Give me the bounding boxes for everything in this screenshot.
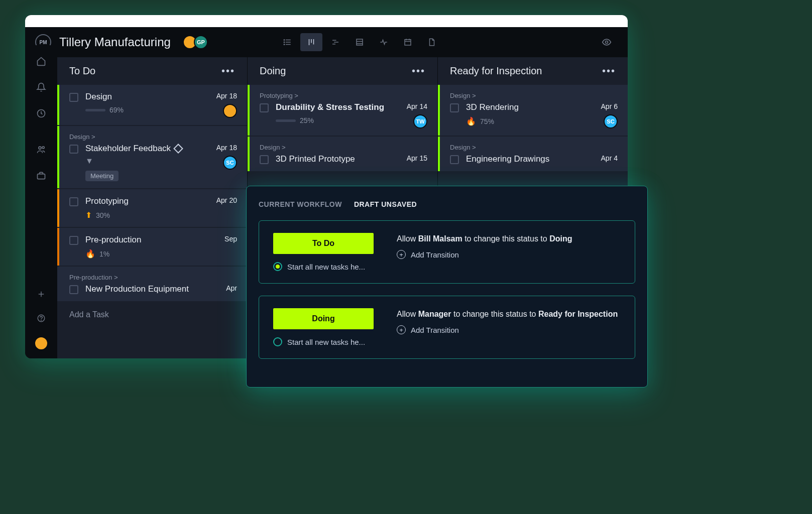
svg-point-3 bbox=[284, 40, 285, 41]
checkbox[interactable] bbox=[69, 93, 78, 102]
fire-icon: 🔥 bbox=[466, 116, 476, 126]
project-title: Tillery Manufacturing bbox=[59, 35, 171, 49]
header-avatars[interactable]: GP bbox=[183, 35, 208, 49]
bell-icon[interactable] bbox=[35, 81, 47, 93]
svg-rect-15 bbox=[405, 40, 411, 45]
task-date: Apr 6 bbox=[601, 102, 618, 110]
briefcase-icon[interactable] bbox=[35, 170, 47, 182]
milestone-icon bbox=[173, 144, 183, 154]
column-title: To Do bbox=[69, 65, 95, 77]
task-percent: 30% bbox=[96, 211, 110, 219]
assignee-avatar[interactable] bbox=[223, 104, 237, 118]
svg-point-4 bbox=[284, 42, 285, 43]
transition-rule-text: Allow Manager to change this status to R… bbox=[397, 308, 621, 320]
list-view-icon[interactable] bbox=[276, 33, 298, 51]
workflow-status-block: Doing Start all new tasks he... Allow Ma… bbox=[259, 296, 635, 359]
workflow-status-block: To Do Start all new tasks he... Allow Bi… bbox=[259, 220, 635, 284]
radio-label: Start all new tasks he... bbox=[287, 263, 365, 271]
help-icon[interactable] bbox=[35, 312, 47, 324]
svg-point-22 bbox=[42, 147, 44, 149]
activity-view-icon[interactable] bbox=[373, 33, 395, 51]
column-menu-icon[interactable]: ••• bbox=[221, 65, 235, 77]
svg-point-5 bbox=[284, 44, 285, 45]
task-category: Pre-production > bbox=[69, 274, 237, 281]
task-tag: Meeting bbox=[85, 171, 119, 181]
task-title: Pre-production bbox=[85, 235, 217, 245]
checkbox[interactable] bbox=[450, 103, 459, 112]
plus-circle-icon: + bbox=[397, 325, 406, 334]
tab-current-workflow[interactable]: CURRENT WORKFLOW bbox=[259, 200, 342, 208]
svg-point-27 bbox=[41, 320, 42, 320]
task-percent: 1% bbox=[99, 250, 109, 258]
task-date: Apr 14 bbox=[407, 102, 427, 110]
column-title: Doing bbox=[260, 65, 286, 77]
plus-circle-icon: + bbox=[397, 250, 406, 259]
assignee-avatar[interactable]: TW bbox=[413, 114, 427, 128]
task-category: Design > bbox=[69, 133, 237, 141]
task-card[interactable]: Pre-production 🔥1% Sep bbox=[57, 228, 247, 266]
checkbox[interactable] bbox=[69, 285, 78, 294]
radio-start-tasks[interactable] bbox=[273, 262, 282, 271]
task-card[interactable]: Pre-production > New Production Equipmen… bbox=[57, 267, 247, 301]
user-avatar[interactable] bbox=[34, 336, 48, 350]
checkbox[interactable] bbox=[69, 197, 78, 206]
assignee-avatar[interactable]: SC bbox=[604, 114, 618, 128]
status-button-todo[interactable]: To Do bbox=[273, 233, 374, 254]
workflow-tabs: CURRENT WORKFLOW DRAFT UNSAVED bbox=[259, 200, 635, 208]
task-title: Stakeholder Feedback bbox=[85, 144, 209, 154]
task-title: New Production Equipment bbox=[85, 284, 219, 294]
task-card[interactable]: Design > 3D Printed Prototype Apr 15 bbox=[248, 137, 437, 171]
plus-icon[interactable] bbox=[35, 288, 47, 300]
gantt-view-icon[interactable] bbox=[324, 33, 346, 51]
add-task-button[interactable]: Add a Task bbox=[57, 302, 247, 327]
checkbox[interactable] bbox=[260, 103, 269, 112]
svg-rect-12 bbox=[357, 39, 363, 45]
task-date: Apr 4 bbox=[601, 154, 618, 162]
task-title: Engineering Drawings bbox=[466, 154, 594, 164]
checkbox[interactable] bbox=[260, 155, 269, 164]
file-view-icon[interactable] bbox=[421, 33, 443, 51]
arrow-up-icon: ⬆ bbox=[85, 210, 92, 220]
task-date: Apr 18 bbox=[216, 92, 237, 100]
task-card[interactable]: Prototyping > Durability & Stress Testin… bbox=[248, 85, 437, 136]
checkbox[interactable] bbox=[450, 155, 459, 164]
app-header: PM Tillery Manufacturing GP bbox=[25, 27, 628, 57]
people-icon[interactable] bbox=[35, 144, 47, 156]
task-title: Design bbox=[85, 92, 209, 102]
chevron-down-icon[interactable]: ▼ bbox=[85, 157, 209, 166]
avatar[interactable]: GP bbox=[194, 35, 208, 49]
assignee-avatar[interactable]: SC bbox=[223, 156, 237, 170]
svg-rect-23 bbox=[38, 174, 45, 179]
task-card[interactable]: Prototyping ⬆30% Apr 20 bbox=[57, 189, 247, 227]
task-card[interactable]: Design > Engineering Drawings Apr 4 bbox=[438, 137, 628, 171]
checkbox[interactable] bbox=[69, 145, 78, 154]
board-view-icon[interactable] bbox=[300, 33, 322, 51]
clock-icon[interactable] bbox=[35, 107, 47, 119]
task-category: Design > bbox=[450, 92, 618, 99]
column-menu-icon[interactable]: ••• bbox=[602, 65, 616, 77]
task-card[interactable]: Design 69% Apr 18 bbox=[57, 85, 247, 125]
task-date: Apr 15 bbox=[407, 154, 427, 162]
task-percent: 75% bbox=[480, 117, 494, 125]
visibility-icon[interactable] bbox=[596, 33, 618, 51]
calendar-view-icon[interactable] bbox=[397, 33, 419, 51]
table-view-icon[interactable] bbox=[349, 33, 371, 51]
tab-draft-unsaved[interactable]: DRAFT UNSAVED bbox=[354, 200, 417, 208]
checkbox[interactable] bbox=[69, 236, 78, 245]
task-title: Prototyping bbox=[85, 196, 209, 206]
add-transition-button[interactable]: +Add Transition bbox=[397, 325, 621, 334]
task-category: Design > bbox=[450, 144, 618, 151]
column-menu-icon[interactable]: ••• bbox=[412, 65, 425, 77]
add-transition-button[interactable]: +Add Transition bbox=[397, 250, 621, 259]
status-button-doing[interactable]: Doing bbox=[273, 308, 374, 329]
home-icon[interactable] bbox=[35, 55, 47, 67]
task-card[interactable]: Design > Stakeholder Feedback ▼ Meeting … bbox=[57, 126, 247, 188]
radio-start-tasks[interactable] bbox=[273, 337, 282, 346]
task-title: Durability & Stress Testing bbox=[276, 102, 400, 112]
svg-point-19 bbox=[606, 41, 608, 44]
task-date: Sep bbox=[224, 235, 237, 243]
task-title: 3D Printed Prototype bbox=[276, 154, 400, 164]
task-card[interactable]: Design > 3D Rendering 🔥75% Apr 6 SC bbox=[438, 85, 628, 136]
task-date: Apr 18 bbox=[216, 144, 237, 152]
window-titlebar bbox=[25, 15, 628, 27]
